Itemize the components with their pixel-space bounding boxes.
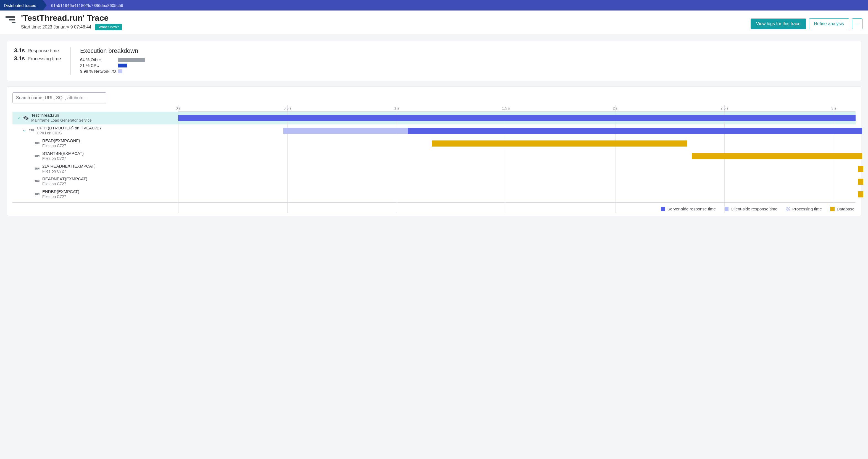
legend-server: Server-side response time: [661, 206, 716, 211]
span-subtitle: CPIH on CICS: [37, 131, 102, 136]
legend-processing: Processing time: [786, 206, 822, 211]
legend-client-label: Client-side response time: [731, 206, 777, 211]
breadcrumb-root-label: Distributed traces: [4, 3, 36, 8]
timeline-tick: 2 s: [613, 106, 617, 110]
span-subtitle: Files on C727: [42, 194, 79, 199]
span-subtitle: Files on C727: [42, 182, 87, 187]
breakdown-row-label: 21 % CPU: [80, 63, 118, 68]
page-title: 'TestThread.run' Trace: [21, 13, 122, 23]
span-bar[interactable]: [178, 115, 856, 121]
timeline-tick: 2.5 s: [720, 106, 728, 110]
breakdown-row-bar: [118, 58, 145, 62]
breakdown-title: Execution breakdown: [80, 47, 160, 55]
waterfall-panel: 0 s0.5 s1 s1.5 s2 s2.5 s3 s TestThread.r…: [7, 87, 861, 216]
summary-metrics: 3.1s Response time 3.1s Processing time: [14, 47, 71, 75]
breakdown-row: 21 % CPU: [80, 63, 160, 68]
refine-analysis-button[interactable]: Refine analysis: [809, 18, 849, 29]
whats-new-button[interactable]: What's new?: [95, 24, 122, 30]
gear-icon: [23, 115, 29, 121]
breakdown-row: 64 % Other: [80, 57, 160, 62]
ibm-icon: IBM: [34, 140, 40, 147]
span-title: READNEXT(EXMPCAT): [42, 176, 87, 182]
ibm-icon: IBM: [28, 128, 34, 134]
legend-database: Database: [830, 206, 855, 211]
breadcrumb-trace-id-text: 61a511946e411802fc7386dea8605c56: [51, 3, 123, 8]
legend-server-swatch: [661, 207, 665, 211]
span-subtitle: Files on C727: [42, 144, 80, 148]
breakdown-row: 9.98 % Network I/O: [80, 69, 160, 74]
chevron-down-icon[interactable]: [17, 116, 21, 120]
span-bar[interactable]: [858, 179, 863, 185]
legend-client: Client-side response time: [724, 206, 777, 211]
processing-time-label: Processing time: [28, 56, 61, 62]
waterfall-row[interactable]: IBMSTARTBR(EXMPCAT)Files on C727: [12, 150, 856, 163]
summary-panel: 3.1s Response time 3.1s Processing time …: [7, 41, 861, 81]
breadcrumb-root[interactable]: Distributed traces: [0, 0, 43, 10]
legend-database-label: Database: [837, 206, 855, 211]
start-time: Start time: 2023 January 9 07:46:44: [21, 25, 91, 30]
timeline-tick: 0.5 s: [283, 106, 291, 110]
waterfall-row[interactable]: IBMCPIH (DTROUTER) on HVEAC727CPIH on CI…: [12, 124, 856, 137]
chevron-down-icon[interactable]: [22, 129, 26, 133]
page-header: 'TestThread.run' Trace Start time: 2023 …: [0, 10, 868, 34]
legend-database-swatch: [830, 207, 835, 211]
waterfall-row[interactable]: IBMREAD(EXMPCONF)Files on C727: [12, 137, 856, 150]
breakdown-row-label: 64 % Other: [80, 57, 118, 62]
ibm-icon: IBM: [34, 191, 40, 197]
span-bar[interactable]: [858, 191, 863, 197]
ibm-icon: IBM: [34, 153, 40, 159]
ibm-icon: IBM: [34, 179, 40, 185]
span-title: STARTBR(EXMPCAT): [42, 151, 84, 156]
span-title: CPIH (DTROUTER) on HVEAC727: [37, 125, 102, 131]
span-bar[interactable]: [408, 128, 862, 134]
waterfall-header: 0 s0.5 s1 s1.5 s2 s2.5 s3 s: [12, 105, 856, 112]
trace-icon: [5, 15, 17, 24]
waterfall-row[interactable]: IBMREADNEXT(EXMPCAT)Files on C727: [12, 175, 856, 188]
timeline-tick: 3 s: [831, 106, 836, 110]
waterfall-row[interactable]: IBMENDBR(EXMPCAT)Files on C727: [12, 188, 856, 201]
more-actions-icon: ⋯: [855, 21, 860, 27]
ibm-icon: IBM: [34, 166, 40, 172]
legend: Server-side response time Client-side re…: [12, 202, 856, 213]
span-subtitle: Files on C727: [42, 169, 96, 174]
span-bar[interactable]: [283, 128, 408, 134]
waterfall-area: 0 s0.5 s1 s1.5 s2 s2.5 s3 s TestThread.r…: [12, 105, 856, 213]
span-subtitle: Files on C727: [42, 156, 84, 161]
legend-server-label: Server-side response time: [668, 206, 716, 211]
breakdown-row-label: 9.98 % Network I/O: [80, 69, 118, 74]
legend-client-swatch: [724, 207, 728, 211]
legend-processing-swatch: [786, 207, 790, 211]
span-title: TestThread.run: [31, 113, 92, 118]
more-actions-button[interactable]: ⋯: [852, 18, 863, 29]
breadcrumb: Distributed traces 61a511946e411802fc738…: [0, 0, 868, 10]
timeline-tick: 0 s: [176, 106, 180, 110]
span-bar[interactable]: [432, 140, 687, 147]
execution-breakdown: Execution breakdown 64 % Other21 % CPU9.…: [80, 47, 160, 75]
span-subtitle: Mainframe Load Generator Service: [31, 118, 92, 123]
span-bar[interactable]: [692, 153, 862, 159]
processing-time-value: 3.1s: [14, 55, 25, 62]
response-time-value: 3.1s: [14, 47, 25, 54]
waterfall-row[interactable]: TestThread.runMainframe Load Generator S…: [12, 112, 856, 124]
response-time-label: Response time: [28, 48, 59, 54]
timeline-tick: 1.5 s: [502, 106, 510, 110]
breakdown-row-bar: [118, 64, 127, 67]
span-title: ENDBR(EXMPCAT): [42, 189, 79, 194]
span-bar[interactable]: [858, 166, 863, 172]
breadcrumb-trace-id[interactable]: 61a511946e411802fc7386dea8605c56: [43, 0, 123, 10]
timeline-tick: 1 s: [394, 106, 399, 110]
breakdown-row-bar: [118, 69, 122, 73]
waterfall-row[interactable]: IBM21× READNEXT(EXMPCAT)Files on C727: [12, 163, 856, 175]
search-input[interactable]: [12, 92, 106, 104]
span-title: READ(EXMPCONF): [42, 138, 80, 144]
span-title: 21× READNEXT(EXMPCAT): [42, 164, 96, 169]
legend-processing-label: Processing time: [792, 206, 822, 211]
view-logs-button[interactable]: View logs for this trace: [751, 19, 806, 29]
